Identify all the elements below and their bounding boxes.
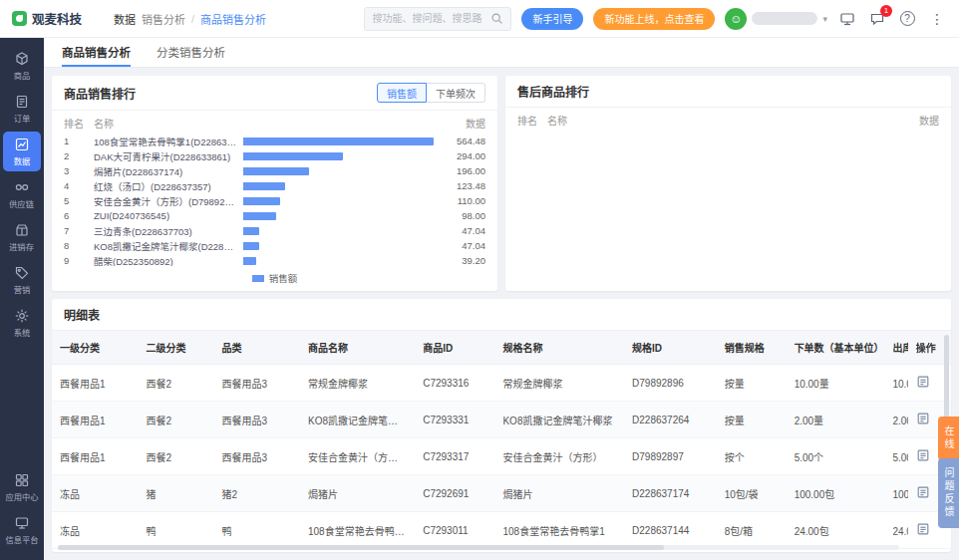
table-cell: C7292691 <box>415 475 494 512</box>
tab-product-sales-analysis[interactable]: 商品销售分析 <box>62 38 131 67</box>
sidebar-item-label: 数据 <box>14 155 31 167</box>
table-cell: 西餐用品3 <box>214 438 300 475</box>
rank-value: 98.00 <box>434 210 485 221</box>
breadcrumb-separator: / <box>191 13 194 25</box>
topbar-right: 新手引导 新功能上线，点击查看 ☺ ▾ 1 ? ⋮ <box>364 7 947 31</box>
rank-bar <box>243 138 434 145</box>
metric-toggle: 销售额 下单频次 <box>377 83 485 103</box>
sidebar-item-label: 订单 <box>14 113 31 125</box>
column-value: 数据 <box>887 113 939 128</box>
legend-swatch <box>252 275 264 282</box>
sidebar-item-marketing[interactable]: 营销 <box>3 260 41 300</box>
rank-bar <box>243 257 434 265</box>
breadcrumb-module[interactable]: 数据 <box>114 11 136 27</box>
rank-bar <box>243 197 434 205</box>
table-cell: 冻品 <box>52 512 138 549</box>
column-header: 规格名称 <box>494 331 624 365</box>
panel-detail-table: 明细表 一级分类二级分类品类商品名称商品ID规格名称规格ID销售规格下单数（基本… <box>52 299 951 552</box>
rank-number: 5 <box>64 195 94 206</box>
sidebar-item-label: 信息平台 <box>5 534 38 546</box>
toggle-sales-amount[interactable]: 销售额 <box>377 83 427 103</box>
table-cell: 鸭 <box>214 512 300 549</box>
table-cell: 安佳合金黄汁（方形） <box>494 438 624 475</box>
breadcrumb-item[interactable]: 销售分析 <box>142 11 185 27</box>
rank-bar <box>243 227 434 235</box>
online-service-tab[interactable]: 在线 <box>938 417 959 460</box>
search-icon[interactable] <box>490 12 503 25</box>
app-grid-icon <box>14 472 30 488</box>
sidebar-item-data[interactable]: 数据 <box>3 132 41 171</box>
table-row: 冻品猪猪2焗猪片C7292691焗猪片D22863717410包/袋100.00… <box>52 475 951 512</box>
chart-legend[interactable]: 销售额 <box>52 266 497 291</box>
table-cell: 24.00包 <box>787 512 885 549</box>
table-cell: 5.00个 <box>787 438 885 475</box>
detail-table-body: 西餐用品1西餐2西餐用品3常规金牌椰浆C7293316常规金牌椰浆D798928… <box>52 365 951 549</box>
rank-bar <box>243 212 434 220</box>
sidebar-item-label: 进销存 <box>10 241 35 253</box>
more-button[interactable]: ⋮ <box>927 9 947 29</box>
sidebar-item-system[interactable]: 系统 <box>3 303 41 343</box>
column-header: 商品ID <box>415 331 494 365</box>
column-header: 商品名称 <box>300 331 415 365</box>
toggle-order-frequency[interactable]: 下单频次 <box>427 83 485 103</box>
rank-value: 123.48 <box>434 180 485 191</box>
panel-aftersale-ranking: 售后商品排行 排名 名称 数据 <box>505 76 951 291</box>
promo-button[interactable]: 新功能上线，点击查看 <box>593 8 715 30</box>
rank-number: 6 <box>64 210 94 221</box>
app-window: 观麦科技 数据 销售分析 / 商品销售分析 新手引导 新功能上线，点击查看 ☺ … <box>0 0 959 560</box>
content-area: 商品销售排行 销售额 下单频次 排名 名称 数据 1108食堂常艳去骨鸭掌1(D… <box>44 68 959 560</box>
rank-bar <box>243 152 434 160</box>
sales-rank-row: 3焗猪片(D228637174)196.00 <box>52 163 497 178</box>
column-name: 名称 <box>94 116 434 131</box>
detail-table-wrap: 一级分类二级分类品类商品名称商品ID规格名称规格ID销售规格下单数（基本单位）出… <box>52 331 951 552</box>
sidebar-item-goods[interactable]: 商品 <box>3 46 41 86</box>
sidebar-item-info-platform[interactable]: 信息平台 <box>3 510 41 550</box>
table-cell: D79892896 <box>624 365 717 402</box>
breadcrumb: 数据 销售分析 / 商品销售分析 <box>114 11 266 27</box>
tab-category-sales-analysis[interactable]: 分类销售分析 <box>157 38 225 67</box>
user-menu[interactable]: ☺ ▾ <box>725 8 827 30</box>
search-input[interactable] <box>372 13 483 24</box>
avatar[interactable]: ☺ <box>725 8 747 30</box>
column-header: 规格ID <box>624 331 717 365</box>
sidebar-item-orders[interactable]: 订单 <box>3 89 41 129</box>
sidebar-item-app-center[interactable]: 应用中心 <box>3 467 41 507</box>
rank-column-headers: 排名 名称 数据 <box>505 108 951 131</box>
detail-table: 一级分类二级分类品类商品名称商品ID规格名称规格ID销售规格下单数（基本单位）出… <box>52 331 951 549</box>
goods-icon <box>14 51 30 67</box>
rank-bar <box>243 242 434 250</box>
feedback-tab[interactable]: 问题反馈 <box>938 458 959 528</box>
sales-rank-row: 2DAK大可青柠果汁(D228633861)294.00 <box>52 148 497 163</box>
rank-number: 4 <box>64 180 94 191</box>
horizontal-scrollbar[interactable] <box>58 545 899 550</box>
guide-button[interactable]: 新手引导 <box>521 8 583 30</box>
workbench-button[interactable] <box>837 9 857 29</box>
brand: 观麦科技 <box>12 9 104 28</box>
rank-value: 110.00 <box>434 195 485 206</box>
rank-value: 294.00 <box>434 150 485 161</box>
supply-chain-icon <box>14 179 30 195</box>
table-row: 西餐用品1西餐2西餐用品3安佳合金黄汁（方形）C7293317安佳合金黄汁（方形… <box>52 438 951 475</box>
sidebar-item-supply-chain[interactable]: 供应链 <box>3 174 41 214</box>
help-icon: ? <box>900 11 915 26</box>
rank-number: 3 <box>64 165 94 176</box>
table-cell: C7293331 <box>415 402 494 438</box>
scrollbar-thumb[interactable] <box>58 545 664 550</box>
table-cell: KO8凯撒记金牌笔汁椰浆 <box>300 402 415 438</box>
sidebar-item-inventory[interactable]: 进销存 <box>3 217 41 257</box>
gear-icon <box>14 308 30 324</box>
topbar: 观麦科技 数据 销售分析 / 商品销售分析 新手引导 新功能上线，点击查看 ☺ … <box>0 0 959 38</box>
table-cell: D228637264 <box>624 402 717 438</box>
rank-product-name: 红烧（汤口）(D228637357) <box>94 179 243 193</box>
help-button[interactable]: ? <box>897 9 917 29</box>
column-header: 销售规格 <box>717 331 787 365</box>
column-header: 品类 <box>214 331 300 365</box>
table-cell: D228637144 <box>624 512 717 549</box>
message-button[interactable]: 1 <box>867 9 887 29</box>
sidebar-item-label: 营销 <box>14 284 31 296</box>
column-value: 数据 <box>434 116 485 131</box>
brand-name: 观麦科技 <box>32 9 82 28</box>
table-cell: 焗猪片 <box>300 475 415 512</box>
sidebar-item-label: 系统 <box>14 327 31 339</box>
monitor-icon <box>839 11 855 27</box>
